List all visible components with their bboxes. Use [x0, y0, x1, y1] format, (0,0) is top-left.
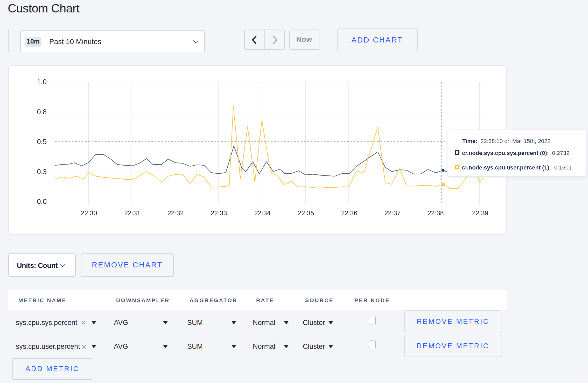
svg-text:22:32: 22:32 — [167, 209, 184, 217]
svg-text:22:35: 22:35 — [298, 209, 314, 217]
svg-text:22:39: 22:39 — [472, 209, 488, 217]
svg-text:22:34: 22:34 — [254, 209, 271, 217]
svg-text:0.0: 0.0 — [37, 198, 47, 205]
svg-text:1.0: 1.0 — [37, 78, 47, 86]
svg-text:22:30: 22:30 — [81, 209, 97, 217]
svg-text:22:37: 22:37 — [384, 209, 401, 217]
svg-text:22:33: 22:33 — [211, 209, 227, 217]
svg-text:22:31: 22:31 — [124, 209, 141, 217]
svg-text:22:36: 22:36 — [341, 209, 358, 217]
svg-text:0.5: 0.5 — [37, 138, 47, 146]
svg-text:0.8: 0.8 — [37, 108, 47, 116]
svg-text:22:38: 22:38 — [428, 209, 444, 217]
svg-text:0.3: 0.3 — [37, 168, 47, 176]
